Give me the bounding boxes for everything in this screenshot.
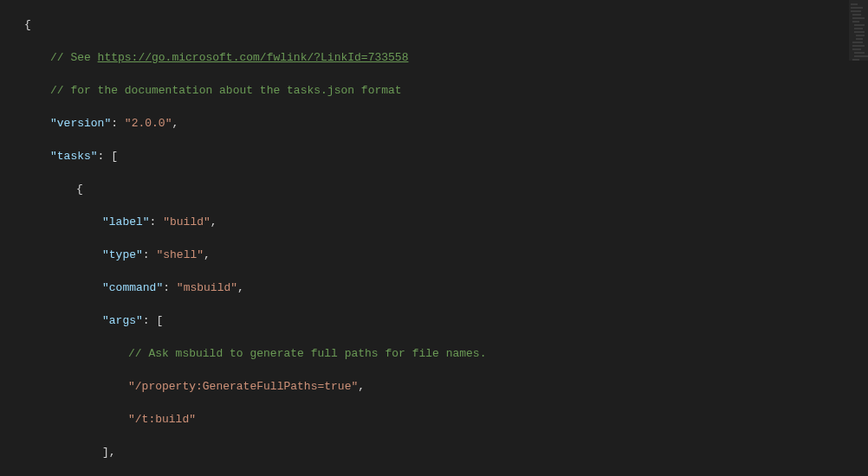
- minimap-line: [852, 42, 863, 43]
- code-line[interactable]: "/t:build": [24, 411, 868, 428]
- code-line[interactable]: {: [24, 181, 868, 197]
- minimap-line: [851, 3, 858, 5]
- minimap-line: [856, 35, 865, 36]
- minimap-line: [851, 10, 861, 12]
- code-line[interactable]: // Ask msbuild to generate full paths fo…: [24, 345, 868, 362]
- code-line[interactable]: ],: [24, 444, 868, 460]
- comment-text: // Ask msbuild to generate full paths fo…: [128, 347, 486, 360]
- json-key: "label": [102, 215, 150, 228]
- minimap-line: [852, 45, 865, 47]
- json-string: "2.0.0": [125, 117, 172, 130]
- json-string: "/property:GenerateFullPaths=true": [128, 380, 358, 393]
- minimap-line: [854, 24, 865, 26]
- json-string: "msbuild": [177, 281, 237, 294]
- code-line[interactable]: "tasks": [: [24, 148, 868, 164]
- minimap-line: [852, 21, 859, 23]
- minimap-line: [852, 17, 865, 19]
- json-key: "type": [102, 248, 143, 261]
- minimap-line: [852, 14, 861, 16]
- minimap-line: [854, 52, 865, 54]
- code-line[interactable]: "command": "msbuild",: [24, 280, 868, 296]
- url-link[interactable]: https://go.microsoft.com/fwlink/?LinkId=…: [98, 51, 409, 64]
- code-line[interactable]: "type": "shell",: [24, 247, 868, 263]
- json-string: "shell": [156, 248, 204, 261]
- code-line[interactable]: "/property:GenerateFullPaths=true",: [24, 378, 868, 395]
- minimap-line: [852, 59, 859, 61]
- json-key: "args": [102, 314, 143, 327]
- code-line[interactable]: {: [24, 16, 868, 33]
- json-string: "build": [163, 215, 211, 228]
- code-line[interactable]: // for the documentation about the tasks…: [24, 82, 868, 99]
- minimap-line: [854, 31, 865, 33]
- json-key: "command": [102, 281, 163, 294]
- code-line[interactable]: "version": "2.0.0",: [24, 115, 868, 132]
- minimap[interactable]: [849, 0, 868, 476]
- code-line[interactable]: "label": "build",: [24, 214, 868, 230]
- minimap-line: [856, 38, 863, 40]
- code-editor[interactable]: { // See https://go.microsoft.com/fwlink…: [0, 0, 868, 476]
- minimap-line: [854, 28, 863, 29]
- json-string: "/t:build": [128, 413, 196, 426]
- code-line[interactable]: // See https://go.microsoft.com/fwlink/?…: [24, 49, 868, 66]
- minimap-line: [852, 48, 861, 50]
- json-key: "version": [50, 117, 111, 130]
- comment-text: // for the documentation about the tasks…: [50, 84, 402, 97]
- minimap-line: [854, 55, 868, 57]
- comment-text: // See: [50, 51, 98, 64]
- code-line[interactable]: "args": [: [24, 312, 868, 329]
- minimap-line: [851, 7, 863, 9]
- json-key: "tasks": [50, 150, 98, 163]
